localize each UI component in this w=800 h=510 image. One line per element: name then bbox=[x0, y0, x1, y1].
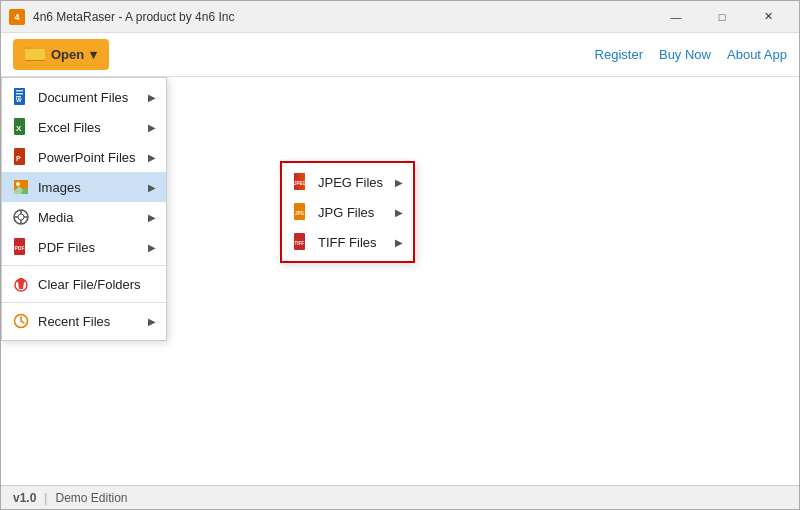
svg-rect-26 bbox=[17, 280, 25, 282]
excel-files-arrow: ▶ bbox=[148, 122, 156, 133]
document-files-label: Document Files bbox=[38, 90, 136, 105]
close-button[interactable]: ✕ bbox=[745, 1, 791, 33]
title-bar-left: 4 4n6 MetaRaser - A product by 4n6 Inc bbox=[9, 9, 234, 25]
open-dropdown-arrow: ▾ bbox=[90, 47, 97, 62]
status-bar: v1.0 | Demo Edition bbox=[1, 485, 799, 509]
image-icon bbox=[12, 178, 30, 196]
svg-text:W: W bbox=[16, 97, 22, 103]
about-app-link[interactable]: About App bbox=[727, 47, 787, 62]
title-bar: 4 4n6 MetaRaser - A product by 4n6 Inc —… bbox=[1, 1, 799, 33]
svg-rect-27 bbox=[19, 278, 23, 280]
powerpoint-files-arrow: ▶ bbox=[148, 152, 156, 163]
edition-label: Demo Edition bbox=[55, 491, 127, 505]
excel-files-label: Excel Files bbox=[38, 120, 136, 135]
menu-item-powerpoint-files[interactable]: P PowerPoint Files ▶ bbox=[2, 142, 166, 172]
register-link[interactable]: Register bbox=[595, 47, 643, 62]
menu-item-media[interactable]: Media ▶ bbox=[2, 202, 166, 232]
doc-icon: W bbox=[12, 88, 30, 106]
open-button[interactable]: Open ▾ bbox=[13, 39, 109, 70]
app-logo: 4 bbox=[9, 9, 25, 25]
svg-text:TIFF: TIFF bbox=[295, 241, 305, 246]
media-icon bbox=[12, 208, 30, 226]
tiff-files-label: TIFF Files bbox=[318, 235, 383, 250]
menu-divider-2 bbox=[2, 302, 166, 303]
minimize-button[interactable]: — bbox=[653, 1, 699, 33]
ppt-icon: P bbox=[12, 148, 30, 166]
jpg-icon: JPG bbox=[292, 203, 310, 221]
submenu-item-jpeg[interactable]: JPEG JPEG Files ▶ bbox=[282, 167, 413, 197]
tiff-icon: TIFF bbox=[292, 233, 310, 251]
toolbar-left: Open ▾ bbox=[13, 39, 109, 70]
menu-item-excel-files[interactable]: X Excel Files ▶ bbox=[2, 112, 166, 142]
svg-point-14 bbox=[16, 182, 20, 186]
svg-text:P: P bbox=[16, 155, 21, 162]
svg-text:JPG: JPG bbox=[295, 211, 305, 216]
menu-item-clear[interactable]: Clear File/Folders bbox=[2, 269, 166, 299]
maximize-button[interactable]: □ bbox=[699, 1, 745, 33]
toolbar-right: Register Buy Now About App bbox=[595, 47, 787, 62]
recent-icon bbox=[12, 312, 30, 330]
menu-divider-1 bbox=[2, 265, 166, 266]
status-divider: | bbox=[44, 491, 47, 505]
recent-files-arrow: ▶ bbox=[148, 316, 156, 327]
menu-item-pdf-files[interactable]: PDF PDF Files ▶ bbox=[2, 232, 166, 262]
toolbar: Open ▾ Register Buy Now About App bbox=[1, 33, 799, 77]
svg-text:X: X bbox=[16, 124, 22, 133]
buy-now-link[interactable]: Buy Now bbox=[659, 47, 711, 62]
pdf-icon: PDF bbox=[12, 238, 30, 256]
powerpoint-files-label: PowerPoint Files bbox=[38, 150, 136, 165]
clear-icon bbox=[12, 275, 30, 293]
svg-rect-3 bbox=[25, 49, 45, 59]
svg-rect-5 bbox=[16, 90, 23, 92]
pdf-files-arrow: ▶ bbox=[148, 242, 156, 253]
folder-icon bbox=[25, 45, 45, 64]
jpg-files-label: JPG Files bbox=[318, 205, 383, 220]
jpg-arrow: ▶ bbox=[395, 207, 403, 218]
version-label: v1.0 bbox=[13, 491, 36, 505]
clear-label: Clear File/Folders bbox=[38, 277, 156, 292]
submenu-item-tiff[interactable]: TIFF TIFF Files ▶ bbox=[282, 227, 413, 257]
images-arrow: ▶ bbox=[148, 182, 156, 193]
menu-item-recent-files[interactable]: Recent Files ▶ bbox=[2, 306, 166, 336]
jpeg-icon: JPEG bbox=[292, 173, 310, 191]
jpeg-files-label: JPEG Files bbox=[318, 175, 383, 190]
images-label: Images bbox=[38, 180, 136, 195]
excel-icon: X bbox=[12, 118, 30, 136]
recent-files-label: Recent Files bbox=[38, 314, 136, 329]
tiff-arrow: ▶ bbox=[395, 237, 403, 248]
open-dropdown-menu: W Document Files ▶ X Excel Files ▶ P bbox=[1, 77, 167, 341]
jpeg-arrow: ▶ bbox=[395, 177, 403, 188]
svg-text:JPEG: JPEG bbox=[294, 181, 307, 186]
menu-item-document-files[interactable]: W Document Files ▶ bbox=[2, 82, 166, 112]
window-title: 4n6 MetaRaser - A product by 4n6 Inc bbox=[33, 10, 234, 24]
window-controls: — □ ✕ bbox=[653, 1, 791, 33]
media-label: Media bbox=[38, 210, 136, 225]
pdf-files-label: PDF Files bbox=[38, 240, 136, 255]
menu-item-images[interactable]: Images ▶ bbox=[2, 172, 166, 202]
svg-text:PDF: PDF bbox=[15, 245, 25, 251]
svg-point-18 bbox=[18, 214, 24, 220]
media-arrow: ▶ bbox=[148, 212, 156, 223]
submenu-item-jpg[interactable]: JPG JPG Files ▶ bbox=[282, 197, 413, 227]
open-label: Open bbox=[51, 47, 84, 62]
main-area: W Document Files ▶ X Excel Files ▶ P bbox=[1, 77, 799, 485]
svg-rect-6 bbox=[16, 93, 23, 95]
images-submenu: JPEG JPEG Files ▶ JPG JPG Files ▶ bbox=[280, 161, 415, 263]
document-files-arrow: ▶ bbox=[148, 92, 156, 103]
